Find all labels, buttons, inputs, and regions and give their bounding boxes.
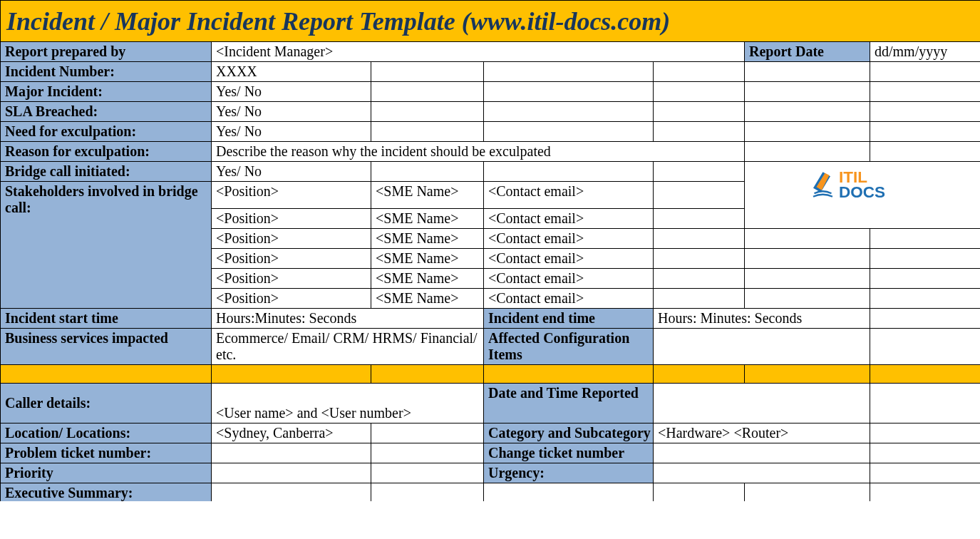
stakeholder-position[interactable]: <Position> — [212, 182, 371, 209]
empty-cell[interactable] — [745, 483, 870, 501]
value-date-time-reported[interactable] — [654, 383, 870, 423]
stakeholder-position[interactable]: <Position> — [212, 268, 371, 288]
value-priority[interactable] — [212, 463, 371, 483]
value-business-services[interactable]: Ecommerce/ Email/ CRM/ HRMS/ Financial/ … — [212, 328, 484, 364]
empty-cell[interactable] — [654, 268, 745, 288]
empty-cell[interactable] — [484, 82, 654, 102]
stakeholder-email[interactable]: <Contact email> — [484, 248, 654, 268]
empty-cell[interactable] — [745, 62, 870, 82]
empty-cell[interactable] — [745, 82, 870, 102]
stakeholder-sme[interactable]: <SME Name> — [371, 208, 484, 228]
empty-cell[interactable] — [371, 122, 484, 142]
value-incident-end[interactable]: Hours: Minutes: Seconds — [654, 308, 870, 328]
empty-cell[interactable] — [745, 122, 870, 142]
empty-cell[interactable] — [654, 182, 745, 209]
empty-cell[interactable] — [870, 62, 981, 82]
label-priority: Priority — [1, 463, 212, 483]
empty-cell[interactable] — [870, 228, 981, 248]
empty-cell[interactable] — [745, 288, 870, 308]
empty-cell[interactable] — [484, 62, 654, 82]
value-reason-exculpation[interactable]: Describe the reason why the incident sho… — [212, 142, 745, 162]
empty-cell[interactable] — [484, 162, 654, 182]
svg-text:DOCS: DOCS — [839, 183, 885, 201]
empty-cell[interactable] — [870, 483, 981, 501]
divider-cell — [870, 364, 981, 383]
empty-cell[interactable] — [484, 102, 654, 122]
empty-cell[interactable] — [371, 463, 484, 483]
empty-cell[interactable] — [654, 208, 745, 228]
empty-cell[interactable] — [484, 483, 654, 501]
stakeholder-sme[interactable]: <SME Name> — [371, 182, 484, 209]
value-urgency[interactable] — [654, 463, 870, 483]
empty-cell[interactable] — [654, 228, 745, 248]
empty-cell[interactable] — [371, 82, 484, 102]
stakeholder-sme[interactable]: <SME Name> — [371, 268, 484, 288]
empty-cell[interactable] — [745, 268, 870, 288]
stakeholder-email[interactable]: <Contact email> — [484, 182, 654, 209]
empty-cell[interactable] — [870, 248, 981, 268]
value-change-ticket[interactable] — [654, 443, 870, 463]
empty-cell[interactable] — [870, 463, 981, 483]
empty-cell[interactable] — [212, 483, 371, 501]
empty-cell[interactable] — [654, 102, 745, 122]
empty-cell[interactable] — [371, 62, 484, 82]
empty-cell[interactable] — [654, 483, 745, 501]
empty-cell[interactable] — [870, 142, 981, 162]
empty-cell[interactable] — [745, 142, 870, 162]
value-incident-number[interactable]: XXXX — [212, 62, 371, 82]
empty-cell[interactable] — [371, 162, 484, 182]
stakeholder-position[interactable]: <Position> — [212, 208, 371, 228]
empty-cell[interactable] — [745, 102, 870, 122]
empty-cell[interactable] — [870, 268, 981, 288]
stakeholder-email[interactable]: <Contact email> — [484, 268, 654, 288]
empty-cell[interactable] — [654, 82, 745, 102]
value-incident-start[interactable]: Hours:Minutes: Seconds — [212, 308, 484, 328]
empty-cell[interactable] — [870, 383, 981, 423]
empty-cell[interactable] — [870, 443, 981, 463]
empty-cell[interactable] — [870, 82, 981, 102]
value-caller-details[interactable]: <User name> and <User number> — [212, 383, 484, 423]
stakeholder-email[interactable]: <Contact email> — [484, 228, 654, 248]
label-stakeholders: Stakeholders involved in bridge call: — [1, 182, 212, 309]
empty-cell[interactable] — [870, 328, 981, 364]
stakeholder-email[interactable]: <Contact email> — [484, 288, 654, 308]
value-bridge-call[interactable]: Yes/ No — [212, 162, 371, 182]
empty-cell[interactable] — [745, 228, 870, 248]
empty-cell[interactable] — [745, 248, 870, 268]
empty-cell[interactable] — [745, 208, 981, 228]
stakeholder-position[interactable]: <Position> — [212, 288, 371, 308]
empty-cell[interactable] — [371, 483, 484, 501]
empty-cell[interactable] — [371, 423, 484, 443]
value-major-incident[interactable]: Yes/ No — [212, 82, 371, 102]
value-report-prepared-by[interactable]: <Incident Manager> — [212, 42, 745, 62]
stakeholder-sme[interactable]: <SME Name> — [371, 228, 484, 248]
value-category-subcat[interactable]: <Hardware> <Router> — [654, 423, 870, 443]
label-category-subcat: Category and Subcategory — [484, 423, 654, 443]
value-sla-breached[interactable]: Yes/ No — [212, 102, 371, 122]
value-need-exculpation[interactable]: Yes/ No — [212, 122, 371, 142]
stakeholder-sme[interactable]: <SME Name> — [371, 288, 484, 308]
empty-cell[interactable] — [371, 102, 484, 122]
label-date-time-reported: Date and Time Reported — [484, 383, 654, 423]
empty-cell[interactable] — [371, 443, 484, 463]
value-report-date[interactable]: dd/mm/yyyy — [870, 42, 981, 62]
empty-cell[interactable] — [654, 122, 745, 142]
stakeholder-position[interactable]: <Position> — [212, 248, 371, 268]
stakeholder-email[interactable]: <Contact email> — [484, 208, 654, 228]
label-incident-number: Incident Number: — [1, 62, 212, 82]
empty-cell[interactable] — [654, 248, 745, 268]
value-location[interactable]: <Sydney, Canberra> — [212, 423, 371, 443]
empty-cell[interactable] — [870, 423, 981, 443]
empty-cell[interactable] — [484, 122, 654, 142]
value-problem-ticket[interactable] — [212, 443, 371, 463]
empty-cell[interactable] — [654, 162, 745, 182]
value-affected-ci[interactable] — [654, 328, 870, 364]
stakeholder-sme[interactable]: <SME Name> — [371, 248, 484, 268]
empty-cell[interactable] — [870, 308, 981, 328]
empty-cell[interactable] — [870, 288, 981, 308]
empty-cell[interactable] — [654, 62, 745, 82]
empty-cell[interactable] — [870, 122, 981, 142]
empty-cell[interactable] — [870, 102, 981, 122]
stakeholder-position[interactable]: <Position> — [212, 228, 371, 248]
empty-cell[interactable] — [654, 288, 745, 308]
